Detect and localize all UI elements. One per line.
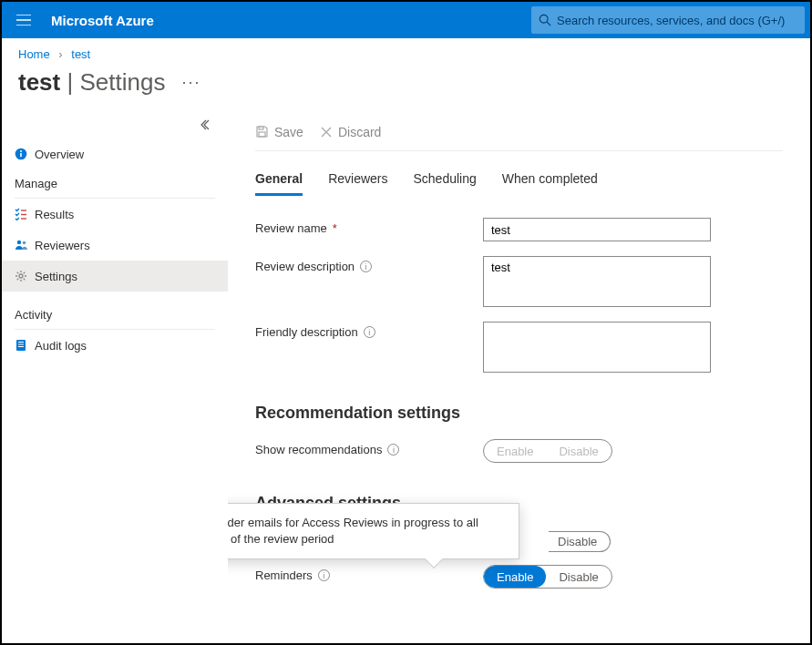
more-actions-icon[interactable]: ··· — [181, 73, 200, 92]
required-marker: * — [333, 221, 337, 235]
row-review-name: Review name * — [255, 218, 783, 241]
info-icon[interactable]: i — [387, 444, 399, 456]
global-search[interactable] — [531, 6, 805, 34]
search-icon — [539, 14, 551, 26]
reminders-label: Reminders i — [255, 565, 483, 582]
show-recommendations-toggle: Enable Disable — [483, 439, 612, 463]
tooltip-text: Azure AD will send reminder emails for A… — [228, 516, 478, 546]
reminders-toggle[interactable]: Enable Disable — [483, 565, 612, 589]
close-icon — [320, 126, 333, 138]
toggle-enable: Enable — [484, 440, 546, 462]
svg-rect-13 — [18, 344, 24, 345]
friendly-description-input[interactable] — [483, 322, 711, 373]
row-friendly-description: Friendly description i — [255, 322, 783, 373]
sidebar-item-label: Reviewers — [35, 239, 90, 252]
row-reminders: Reminders i Enable Disable — [255, 565, 783, 589]
gear-icon — [15, 270, 35, 282]
sidebar-item-reviewers[interactable]: Reviewers — [2, 230, 228, 261]
sidebar-item-label: Settings — [35, 270, 77, 283]
checklist-icon — [15, 208, 35, 220]
friendly-description-label: Friendly description i — [255, 322, 483, 339]
svg-rect-16 — [259, 132, 265, 137]
tab-when-completed[interactable]: When completed — [502, 171, 598, 196]
tabs: General Reviewers Scheduling When comple… — [255, 171, 783, 196]
sidebar-item-label: Results — [35, 208, 74, 221]
tooltip-callout: Azure AD will send reminder emails for A… — [228, 503, 519, 559]
toggle-enable[interactable]: Enable — [484, 566, 546, 588]
review-name-input[interactable] — [483, 218, 711, 241]
page-title-bar: test | Settings ··· — [2, 65, 810, 113]
svg-rect-12 — [18, 342, 24, 343]
svg-point-8 — [17, 241, 21, 244]
svg-line-1 — [547, 22, 550, 26]
sidebar-item-results[interactable]: Results — [2, 199, 228, 230]
section-recommendation-settings: Recommendation settings — [255, 404, 783, 423]
command-bar: Save Discard — [255, 113, 783, 151]
obscured-toggle-disable[interactable]: Disable — [549, 531, 611, 552]
svg-rect-15 — [259, 127, 263, 129]
brand-label: Microsoft Azure — [46, 13, 154, 28]
info-icon[interactable]: i — [318, 569, 330, 581]
collapse-sidebar-icon[interactable] — [200, 118, 213, 134]
sidebar-item-overview[interactable]: Overview — [2, 138, 228, 169]
svg-rect-14 — [18, 346, 24, 347]
top-bar: Microsoft Azure — [2, 2, 810, 38]
breadcrumb-current[interactable]: test — [71, 47, 90, 61]
svg-rect-3 — [20, 153, 22, 157]
save-label: Save — [274, 125, 303, 139]
chevron-right-icon: › — [58, 47, 62, 61]
row-show-recommendations: Show recommendations i Enable Disable — [255, 439, 783, 463]
log-icon — [15, 339, 35, 352]
svg-point-4 — [20, 150, 22, 152]
discard-button[interactable]: Discard — [320, 125, 381, 139]
tab-general[interactable]: General — [255, 171, 303, 196]
info-icon — [15, 148, 35, 160]
show-recommendations-label: Show recommendations i — [255, 439, 483, 456]
info-icon[interactable]: i — [364, 326, 375, 338]
review-name-label: Review name * — [255, 218, 483, 235]
sidebar-item-audit-logs[interactable]: Audit logs — [2, 330, 228, 361]
global-search-input[interactable] — [557, 14, 797, 27]
row-review-description: Review description i test — [255, 256, 783, 307]
toggle-disable: Disable — [546, 440, 611, 462]
tab-reviewers[interactable]: Reviewers — [328, 171, 387, 196]
people-icon — [15, 239, 35, 251]
tab-scheduling[interactable]: Scheduling — [414, 171, 477, 196]
sidebar-group-activity: Activity — [2, 301, 228, 327]
info-icon[interactable]: i — [360, 261, 372, 272]
svg-point-0 — [540, 15, 548, 23]
save-button[interactable]: Save — [255, 125, 303, 139]
sidebar-item-label: Overview — [35, 148, 84, 161]
sidebar-group-manage: Manage — [2, 169, 228, 196]
breadcrumb-home[interactable]: Home — [18, 47, 50, 61]
page-title: test | Settings — [18, 68, 165, 97]
content-area: Save Discard General Reviewers Schedulin… — [228, 113, 810, 638]
sidebar-item-settings[interactable]: Settings — [2, 261, 228, 292]
sidebar-item-label: Audit logs — [35, 339, 87, 353]
hamburger-menu-icon[interactable] — [2, 2, 46, 38]
review-description-input[interactable]: test — [483, 256, 711, 307]
breadcrumb: Home › test — [2, 38, 810, 65]
sidebar: Overview Manage Results Reviewers Settin… — [2, 113, 228, 638]
svg-rect-11 — [16, 340, 26, 351]
svg-point-10 — [19, 274, 23, 278]
discard-label: Discard — [338, 125, 381, 139]
svg-point-9 — [23, 241, 26, 245]
toggle-disable[interactable]: Disable — [546, 566, 611, 588]
review-description-label: Review description i — [255, 256, 483, 273]
save-icon — [255, 125, 269, 138]
